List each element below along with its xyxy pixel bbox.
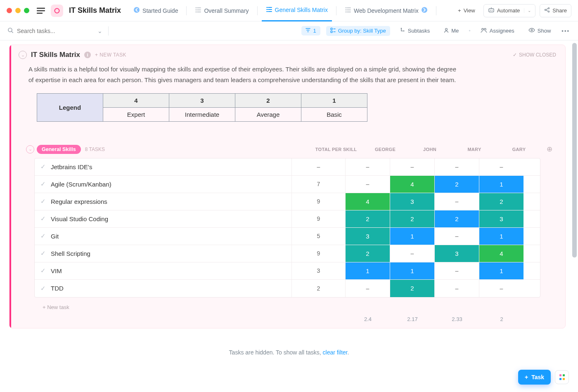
- total-cell[interactable]: 9: [291, 245, 345, 262]
- total-cell[interactable]: 5: [291, 228, 345, 245]
- check-icon: ✓: [40, 250, 46, 257]
- score-cell[interactable]: 3: [479, 210, 524, 227]
- scrollbar-track[interactable]: [572, 40, 577, 392]
- new-task-link[interactable]: + NEW TASK: [95, 52, 126, 58]
- task-name-cell[interactable]: ✓ Jetbrains IDE's: [35, 158, 291, 175]
- score-cell[interactable]: 1: [345, 262, 390, 279]
- score-cell[interactable]: 1: [479, 176, 524, 193]
- subtasks-toggle[interactable]: Subtasks: [396, 26, 434, 36]
- minimize-window[interactable]: [15, 8, 21, 13]
- task-name-cell[interactable]: ✓ Shell Scripting: [35, 245, 291, 262]
- tab-started-guide[interactable]: Started Guide: [129, 0, 182, 21]
- svg-point-15: [482, 28, 483, 30]
- total-cell[interactable]: 2: [291, 280, 345, 297]
- info-icon[interactable]: i: [84, 52, 91, 58]
- show-closed-toggle[interactable]: ✓ SHOW CLOSED: [513, 52, 556, 58]
- score-cell[interactable]: 2: [345, 245, 390, 262]
- task-name-cell[interactable]: ✓ VIM: [35, 262, 291, 279]
- total-cell[interactable]: –: [291, 158, 345, 175]
- collapse-icon[interactable]: ⌄: [19, 51, 27, 59]
- table-row[interactable]: ✓ Git 531–1: [35, 228, 540, 245]
- score-cell[interactable]: 4: [479, 245, 524, 262]
- add-column-button[interactable]: ⊕: [541, 145, 558, 153]
- search-input[interactable]: [17, 28, 94, 34]
- task-name-cell[interactable]: ✓ Regular expressions: [35, 193, 291, 210]
- share-button[interactable]: Share: [540, 4, 571, 17]
- table-row[interactable]: ✓ TDD 2–2––: [35, 280, 540, 297]
- space-icon[interactable]: [51, 5, 63, 17]
- score-cell[interactable]: 3: [434, 245, 479, 262]
- score-cell[interactable]: 3: [345, 228, 390, 245]
- score-cell[interactable]: –: [434, 280, 479, 297]
- automate-button[interactable]: Automate ⌄: [483, 4, 536, 17]
- space-title[interactable]: IT Skills Matrix: [69, 6, 121, 15]
- scrollbar-thumb[interactable]: [572, 43, 577, 257]
- score-cell[interactable]: –: [434, 193, 479, 210]
- tab-overall-summary[interactable]: Overall Summary: [191, 0, 253, 21]
- score-cell[interactable]: 2: [434, 176, 479, 193]
- total-cell[interactable]: 3: [291, 262, 345, 279]
- score-cell[interactable]: 2: [479, 193, 524, 210]
- table-row[interactable]: ✓ Agile (Scrum/Kanban) 7–421: [35, 176, 540, 193]
- apps-button[interactable]: [555, 370, 569, 384]
- score-cell[interactable]: –: [479, 280, 524, 297]
- total-cell[interactable]: 9: [291, 193, 345, 210]
- show-button[interactable]: Show: [524, 26, 555, 35]
- add-view-button[interactable]: + View: [454, 4, 479, 17]
- new-task-row[interactable]: + New task: [9, 300, 565, 314]
- score-cell[interactable]: 1: [479, 262, 524, 279]
- task-name-cell[interactable]: ✓ Visual Studio Coding: [35, 210, 291, 227]
- score-cell[interactable]: 4: [390, 176, 434, 193]
- score-cell[interactable]: 2: [390, 210, 434, 227]
- score-cell[interactable]: –: [390, 245, 434, 262]
- close-window[interactable]: [7, 8, 12, 13]
- total-cell[interactable]: 7: [291, 176, 345, 193]
- group-name-pill[interactable]: General Skills: [37, 145, 81, 154]
- score-cell[interactable]: –: [345, 176, 390, 193]
- table-row[interactable]: ✓ Visual Studio Coding 92223: [35, 210, 540, 228]
- task-name-cell[interactable]: ✓ Agile (Scrum/Kanban): [35, 176, 291, 193]
- score-cell[interactable]: –: [434, 228, 479, 245]
- score-cell[interactable]: –: [434, 262, 479, 279]
- zoom-window[interactable]: [24, 8, 29, 13]
- search-box[interactable]: ⌄: [7, 27, 102, 35]
- score-cell[interactable]: –: [434, 158, 479, 175]
- column-header[interactable]: GEORGE: [363, 147, 407, 152]
- task-name-cell[interactable]: ✓ TDD: [35, 280, 291, 297]
- score-cell[interactable]: –: [345, 158, 390, 175]
- table-row[interactable]: ✓ Regular expressions 943–2: [35, 193, 540, 210]
- score-cell[interactable]: 2: [345, 210, 390, 227]
- tab-general-skills-matrix[interactable]: General Skills Matrix: [262, 0, 332, 21]
- score-cell[interactable]: 1: [390, 262, 434, 279]
- score-cell[interactable]: 1: [390, 228, 434, 245]
- score-cell[interactable]: 1: [479, 228, 524, 245]
- total-cell[interactable]: 9: [291, 210, 345, 227]
- chevron-down-icon[interactable]: ⌄: [97, 28, 102, 34]
- column-header[interactable]: TOTAL PER SKILL: [309, 147, 363, 152]
- column-header[interactable]: GARY: [497, 147, 541, 152]
- clear-filter-link[interactable]: clear filter: [323, 349, 348, 356]
- table-row[interactable]: ✓ VIM 311–1: [35, 262, 540, 280]
- score-cell[interactable]: –: [390, 158, 434, 175]
- table-row[interactable]: ✓ Jetbrains IDE's –––––: [35, 158, 540, 176]
- score-cell[interactable]: 2: [434, 210, 479, 227]
- tab-web-development-matrix[interactable]: Web Development Matrix: [341, 0, 432, 21]
- new-task-fab[interactable]: + Task: [518, 370, 551, 385]
- score-cell[interactable]: 3: [390, 193, 434, 210]
- score-cell[interactable]: 2: [390, 280, 434, 297]
- table-row[interactable]: ✓ Shell Scripting 92–34: [35, 245, 540, 262]
- collapse-group-icon[interactable]: ⌄: [26, 145, 34, 153]
- assignees-filter[interactable]: Assignees: [476, 26, 519, 36]
- menu-icon[interactable]: [37, 7, 45, 14]
- task-name-cell[interactable]: ✓ Git: [35, 228, 291, 245]
- score-cell[interactable]: –: [345, 280, 390, 297]
- group-by-chip[interactable]: Group by: Skill Type: [326, 26, 390, 36]
- column-header[interactable]: MARY: [452, 147, 497, 152]
- score-cell[interactable]: –: [479, 158, 524, 175]
- column-header[interactable]: JOHN: [407, 147, 452, 152]
- filter-chip[interactable]: 1: [301, 26, 320, 35]
- more-menu[interactable]: •••: [561, 26, 571, 35]
- score-cell[interactable]: 4: [345, 193, 390, 210]
- sheet-title[interactable]: IT Skills Matrix: [31, 51, 80, 59]
- me-filter[interactable]: Me: [440, 26, 463, 36]
